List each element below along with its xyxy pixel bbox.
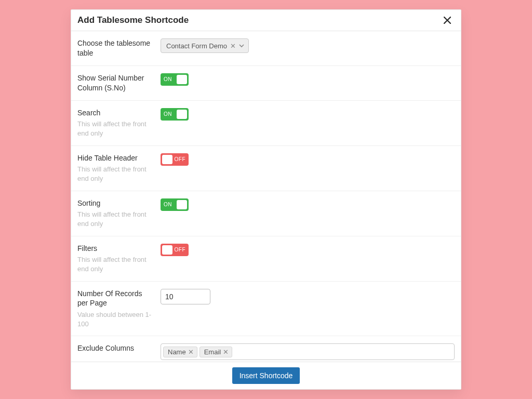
table-select[interactable]: Contact Form Demo ✕ — [161, 38, 249, 53]
toggle-search[interactable]: ON — [161, 108, 189, 121]
label-choose-table: Choose the tablesome table — [77, 38, 154, 58]
toggle-label: ON — [164, 111, 172, 117]
remove-tag-icon[interactable]: ✕ — [223, 349, 229, 355]
label-exclude: Exclude Columns — [77, 343, 154, 353]
toggle-hide-header[interactable]: OFF — [161, 153, 189, 166]
label-sorting: Sorting — [77, 198, 154, 208]
row-search: Search This will affect the front end on… — [71, 101, 461, 146]
row-filters: Filters This will affect the front end o… — [71, 236, 461, 282]
label-search: Search — [77, 108, 154, 118]
toggle-knob — [162, 245, 172, 255]
row-hide-header: Hide Table Header This will affect the f… — [71, 146, 461, 191]
row-sorting: Sorting This will affect the front end o… — [71, 191, 461, 236]
label-records: Number Of Records per Page — [77, 289, 154, 309]
help-records: Value should between 1-100 — [77, 310, 154, 328]
modal-header: Add Tablesome Shortcode — [71, 10, 461, 31]
label-serial-number: Show Serial Number Column (S.No) — [77, 73, 154, 93]
tag-exclude: Email ✕ — [200, 347, 233, 357]
label-filters: Filters — [77, 244, 154, 254]
modal-title: Add Tablesome Shortcode — [77, 15, 189, 25]
help-filters: This will affect the front end only — [77, 255, 154, 273]
row-records-per-page: Number Of Records per Page Value should … — [71, 282, 461, 337]
toggle-label: ON — [164, 76, 172, 82]
tag-label: Email — [204, 348, 221, 356]
records-per-page-input[interactable] — [161, 289, 210, 304]
row-exclude-columns: Exclude Columns Name ✕ Email ✕ — [71, 336, 461, 362]
insert-shortcode-button[interactable]: Insert Shortcode — [232, 367, 300, 384]
tablesome-shortcode-modal: Add Tablesome Shortcode Choose the table… — [71, 9, 461, 390]
tag-exclude: Name ✕ — [163, 347, 197, 357]
toggle-knob — [162, 155, 172, 164]
exclude-columns-input[interactable]: Name ✕ Email ✕ — [161, 343, 455, 360]
table-select-value: Contact Form Demo — [166, 42, 227, 50]
toggle-serial-number[interactable]: ON — [161, 73, 189, 86]
clear-table-icon[interactable]: ✕ — [230, 43, 236, 49]
toggle-label: OFF — [175, 156, 186, 162]
help-sorting: This will affect the front end only — [77, 210, 154, 228]
tag-label: Name — [168, 348, 186, 356]
toggle-knob — [177, 75, 187, 84]
toggle-sorting[interactable]: ON — [161, 198, 189, 211]
row-serial-number: Show Serial Number Column (S.No) ON — [71, 66, 461, 101]
help-hide-header: This will affect the front end only — [77, 165, 154, 183]
toggle-knob — [177, 200, 187, 209]
toggle-knob — [177, 110, 187, 119]
modal-footer: Insert Shortcode — [71, 362, 461, 389]
remove-tag-icon[interactable]: ✕ — [188, 349, 194, 355]
toggle-filters[interactable]: OFF — [161, 244, 189, 256]
close-icon[interactable] — [441, 14, 454, 26]
chevron-down-icon[interactable] — [239, 43, 244, 48]
help-search: This will affect the front end only — [77, 119, 154, 138]
toggle-label: ON — [164, 202, 172, 207]
row-choose-table: Choose the tablesome table Contact Form … — [71, 31, 461, 66]
modal-body[interactable]: Choose the tablesome table Contact Form … — [71, 31, 461, 362]
toggle-label: OFF — [175, 247, 186, 252]
label-hide-header: Hide Table Header — [77, 153, 154, 163]
